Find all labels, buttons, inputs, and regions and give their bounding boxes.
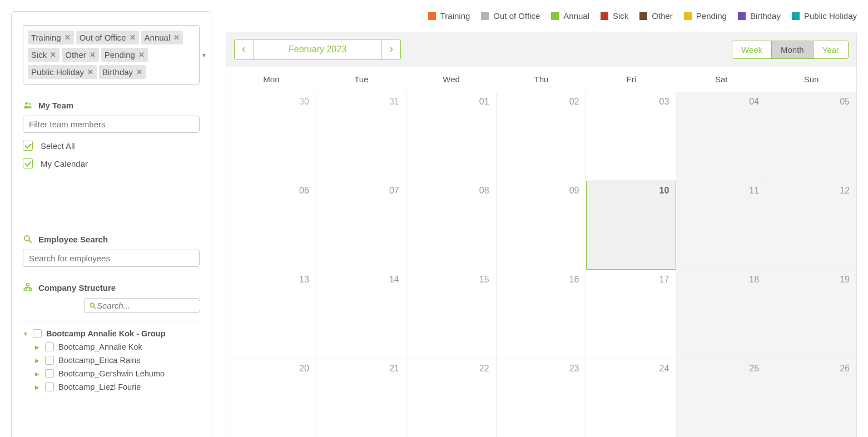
tree-checkbox[interactable]: [45, 369, 54, 378]
svg-point-0: [26, 102, 28, 105]
select-all-checkbox[interactable]: [23, 141, 33, 151]
calendar-cell[interactable]: 21: [316, 359, 406, 437]
filter-tag: Birthday✕: [99, 65, 146, 79]
remove-tag-icon[interactable]: ✕: [136, 68, 142, 76]
view-week-button[interactable]: Week: [732, 41, 772, 58]
legend-label: Birthday: [750, 11, 781, 21]
calendar-cell[interactable]: 14: [316, 270, 406, 359]
legend-swatch: [481, 12, 489, 20]
current-month-label[interactable]: February 2023: [254, 39, 381, 59]
tree-caret-icon[interactable]: ▶: [35, 357, 41, 364]
tree-checkbox[interactable]: [45, 342, 54, 351]
tree-group-row[interactable]: ▼ Bootcamp Annalie Kok - Group: [23, 327, 200, 340]
tree-child-row[interactable]: ▶Bootcamp_Annalie Kok: [23, 340, 200, 354]
calendar-cell[interactable]: 12: [766, 181, 856, 270]
leave-type-multiselect[interactable]: ▼ Training✕Out of Office✕Annual✕Sick✕Oth…: [23, 25, 200, 85]
tree-checkbox[interactable]: [45, 383, 54, 391]
legend-item: Training: [428, 11, 470, 21]
tree-caret-icon[interactable]: ▶: [35, 344, 41, 350]
tree-caret-icon[interactable]: ▶: [35, 371, 41, 377]
legend-label: Other: [652, 11, 673, 21]
view-year-button[interactable]: Year: [814, 41, 848, 58]
tree-child-row[interactable]: ▶Bootcamp_Gershwin Lehumo: [23, 367, 200, 380]
tree-group-label: Bootcamp Annalie Kok - Group: [46, 329, 166, 338]
legend-swatch: [738, 12, 746, 20]
legend-item: Public Holiday: [792, 11, 857, 21]
calendar-cell[interactable]: 07: [316, 181, 406, 270]
calendar-cell[interactable]: 11: [676, 181, 766, 270]
calendar-cell[interactable]: 25: [676, 359, 766, 437]
calendar-cell[interactable]: 06: [226, 181, 316, 270]
calendar-cell[interactable]: 09: [497, 181, 587, 270]
tree-child-row[interactable]: ▶Bootcamp_Erica Rains: [23, 354, 200, 367]
tree-child-label: Bootcamp_Erica Rains: [58, 356, 141, 365]
legend-swatch: [639, 12, 647, 20]
svg-point-2: [24, 236, 29, 241]
calendar-cell[interactable]: 20: [226, 359, 316, 437]
day-of-week: Thu: [497, 67, 587, 92]
calendar-cell[interactable]: 16: [497, 270, 587, 359]
team-filter-input[interactable]: [23, 116, 200, 133]
tree-checkbox[interactable]: [45, 356, 54, 365]
day-of-week: Sun: [766, 67, 856, 92]
calendar-cell[interactable]: 30: [226, 92, 316, 181]
calendar-cell[interactable]: 02: [497, 92, 587, 181]
tree-caret-icon[interactable]: ▶: [35, 384, 41, 390]
filter-tag: Other✕: [62, 48, 99, 62]
calendar-cell[interactable]: 19: [766, 270, 856, 359]
legend-label: Public Holiday: [804, 11, 857, 21]
next-month-button[interactable]: [381, 39, 400, 59]
tree-checkbox[interactable]: [33, 329, 42, 338]
calendar-cell[interactable]: 22: [406, 359, 497, 437]
calendar-cell[interactable]: 26: [766, 359, 856, 437]
calendar-cell[interactable]: 24: [586, 359, 676, 437]
tree-caret-icon[interactable]: ▼: [23, 331, 28, 337]
company-search-input[interactable]: [97, 301, 203, 310]
remove-tag-icon[interactable]: ✕: [50, 51, 56, 59]
filter-tag: Pending✕: [101, 48, 148, 62]
select-all-row[interactable]: Select All: [23, 141, 200, 151]
legend-label: Pending: [696, 11, 727, 21]
remove-tag-icon[interactable]: ✕: [130, 33, 136, 42]
sidebar: ▼ Training✕Out of Office✕Annual✕Sick✕Oth…: [11, 11, 211, 437]
calendar-cell[interactable]: 31: [316, 92, 406, 181]
tree-child-label: Bootcamp_Annalie Kok: [58, 342, 142, 351]
day-of-week: Wed: [406, 67, 497, 92]
remove-tag-icon[interactable]: ✕: [65, 33, 71, 42]
remove-tag-icon[interactable]: ✕: [138, 51, 145, 59]
calendar-cell[interactable]: 03: [586, 92, 676, 181]
my-calendar-row[interactable]: My Calendar: [23, 158, 200, 168]
calendar: February 2023 Week Month Year MonTueWedT…: [226, 32, 857, 437]
remove-tag-icon[interactable]: ✕: [173, 33, 180, 42]
day-of-week: Tue: [316, 67, 406, 92]
view-switch: Week Month Year: [732, 41, 849, 59]
company-structure-label: Company Structure: [38, 283, 116, 292]
calendar-cell[interactable]: 10: [586, 181, 676, 270]
remove-tag-icon[interactable]: ✕: [87, 68, 93, 76]
calendar-cell[interactable]: 04: [676, 92, 766, 181]
calendar-cell[interactable]: 15: [406, 270, 497, 359]
tree-child-label: Bootcamp_Liezl Fourie: [58, 383, 141, 391]
calendar-cell[interactable]: 17: [586, 270, 676, 359]
dropdown-caret-icon[interactable]: ▼: [201, 52, 207, 58]
calendar-cell[interactable]: 23: [497, 359, 587, 437]
calendar-cell[interactable]: 05: [766, 92, 856, 181]
legend-swatch: [684, 12, 692, 20]
calendar-cell[interactable]: 08: [406, 181, 497, 270]
company-search-wrap[interactable]: [84, 298, 200, 313]
calendar-cell[interactable]: 01: [406, 92, 497, 181]
prev-month-button[interactable]: [235, 39, 254, 59]
my-calendar-checkbox[interactable]: [23, 158, 33, 168]
calendar-cell[interactable]: 18: [676, 270, 766, 359]
calendar-cell[interactable]: 13: [226, 270, 316, 359]
svg-rect-5: [24, 289, 27, 291]
filter-tag: Annual✕: [141, 31, 183, 44]
tree-child-row[interactable]: ▶Bootcamp_Liezl Fourie: [23, 380, 200, 394]
legend-item: Pending: [684, 11, 727, 21]
main: TrainingOut of OfficeAnnualSickOtherPend…: [226, 11, 857, 437]
view-month-button[interactable]: Month: [772, 41, 814, 58]
employee-search-input[interactable]: [23, 250, 200, 267]
my-team-label: My Team: [38, 101, 73, 110]
remove-tag-icon[interactable]: ✕: [90, 51, 96, 59]
legend-swatch: [601, 12, 608, 20]
